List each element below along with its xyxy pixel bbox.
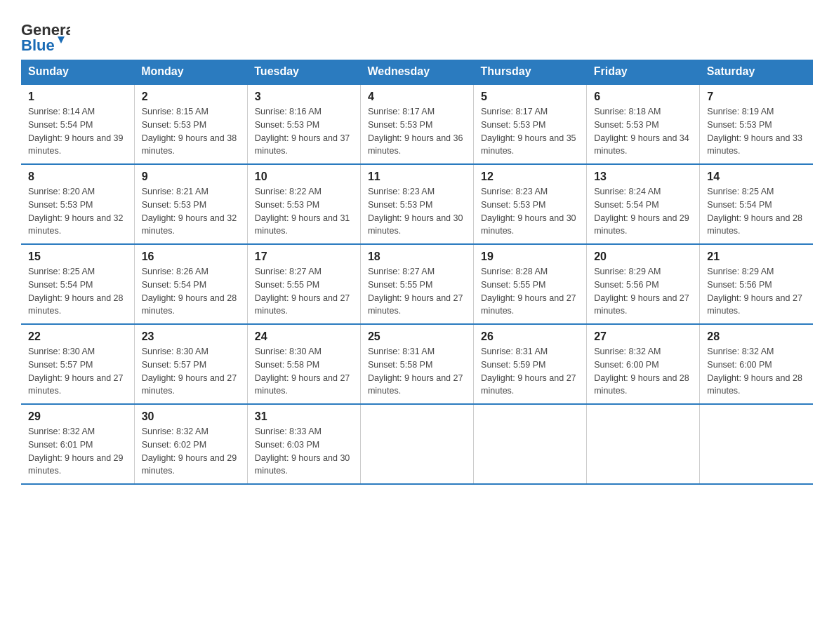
day-info: Sunrise: 8:30 AMSunset: 5:58 PMDaylight:… [255, 345, 353, 398]
day-info: Sunrise: 8:32 AMSunset: 6:00 PMDaylight:… [707, 345, 806, 398]
day-number: 19 [481, 250, 579, 263]
day-number: 13 [594, 170, 692, 183]
calendar-table: SundayMondayTuesdayWednesdayThursdayFrid… [21, 60, 813, 485]
day-number: 1 [28, 90, 127, 103]
calendar-cell: 10Sunrise: 8:22 AMSunset: 5:53 PMDayligh… [247, 164, 360, 244]
calendar-week-row: 29Sunrise: 8:32 AMSunset: 6:01 PMDayligh… [21, 404, 813, 484]
day-number: 26 [481, 330, 579, 343]
day-info: Sunrise: 8:14 AMSunset: 5:54 PMDaylight:… [28, 105, 127, 158]
calendar-cell: 8Sunrise: 8:20 AMSunset: 5:53 PMDaylight… [21, 164, 134, 244]
calendar-cell: 13Sunrise: 8:24 AMSunset: 5:54 PMDayligh… [587, 164, 700, 244]
day-number: 20 [594, 250, 692, 263]
day-number: 3 [255, 90, 353, 103]
day-info: Sunrise: 8:28 AMSunset: 5:55 PMDaylight:… [481, 265, 579, 318]
calendar-header-row: SundayMondayTuesdayWednesdayThursdayFrid… [21, 60, 813, 84]
day-number: 31 [255, 410, 353, 423]
day-info: Sunrise: 8:16 AMSunset: 5:53 PMDaylight:… [255, 105, 353, 158]
calendar-cell: 12Sunrise: 8:23 AMSunset: 5:53 PMDayligh… [474, 164, 587, 244]
day-number: 30 [142, 410, 240, 423]
logo-icon: General Blue [21, 14, 70, 53]
svg-text:Blue: Blue [21, 36, 55, 53]
calendar-week-row: 1Sunrise: 8:14 AMSunset: 5:54 PMDaylight… [21, 84, 813, 164]
day-info: Sunrise: 8:17 AMSunset: 5:53 PMDaylight:… [368, 105, 466, 158]
calendar-cell: 9Sunrise: 8:21 AMSunset: 5:53 PMDaylight… [134, 164, 247, 244]
day-number: 18 [368, 250, 466, 263]
day-number: 14 [707, 170, 806, 183]
day-info: Sunrise: 8:25 AMSunset: 5:54 PMDaylight:… [707, 185, 806, 238]
calendar-cell: 21Sunrise: 8:29 AMSunset: 5:56 PMDayligh… [700, 244, 813, 324]
day-info: Sunrise: 8:32 AMSunset: 6:01 PMDaylight:… [28, 425, 127, 478]
day-header-thursday: Thursday [474, 60, 587, 84]
logo: General Blue [21, 14, 70, 53]
calendar-cell [474, 404, 587, 484]
day-info: Sunrise: 8:23 AMSunset: 5:53 PMDaylight:… [481, 185, 579, 238]
day-info: Sunrise: 8:17 AMSunset: 5:53 PMDaylight:… [481, 105, 579, 158]
day-number: 4 [368, 90, 466, 103]
day-info: Sunrise: 8:33 AMSunset: 6:03 PMDaylight:… [255, 425, 353, 478]
calendar-cell: 31Sunrise: 8:33 AMSunset: 6:03 PMDayligh… [247, 404, 360, 484]
day-info: Sunrise: 8:18 AMSunset: 5:53 PMDaylight:… [594, 105, 692, 158]
calendar-cell: 24Sunrise: 8:30 AMSunset: 5:58 PMDayligh… [247, 324, 360, 404]
calendar-cell: 18Sunrise: 8:27 AMSunset: 5:55 PMDayligh… [360, 244, 473, 324]
day-header-monday: Monday [134, 60, 247, 84]
day-info: Sunrise: 8:32 AMSunset: 6:00 PMDaylight:… [594, 345, 692, 398]
svg-marker-1 [58, 36, 65, 43]
calendar-cell: 22Sunrise: 8:30 AMSunset: 5:57 PMDayligh… [21, 324, 134, 404]
day-info: Sunrise: 8:15 AMSunset: 5:53 PMDaylight:… [142, 105, 240, 158]
day-info: Sunrise: 8:26 AMSunset: 5:54 PMDaylight:… [142, 265, 240, 318]
calendar-cell: 23Sunrise: 8:30 AMSunset: 5:57 PMDayligh… [134, 324, 247, 404]
calendar-cell: 6Sunrise: 8:18 AMSunset: 5:53 PMDaylight… [587, 84, 700, 164]
calendar-cell: 29Sunrise: 8:32 AMSunset: 6:01 PMDayligh… [21, 404, 134, 484]
day-number: 15 [28, 250, 127, 263]
calendar-cell: 7Sunrise: 8:19 AMSunset: 5:53 PMDaylight… [700, 84, 813, 164]
calendar-cell [587, 404, 700, 484]
day-header-sunday: Sunday [21, 60, 134, 84]
calendar-cell: 15Sunrise: 8:25 AMSunset: 5:54 PMDayligh… [21, 244, 134, 324]
day-number: 23 [142, 330, 240, 343]
day-number: 9 [142, 170, 240, 183]
calendar-cell: 1Sunrise: 8:14 AMSunset: 5:54 PMDaylight… [21, 84, 134, 164]
day-number: 12 [481, 170, 579, 183]
day-number: 5 [481, 90, 579, 103]
calendar-cell [360, 404, 473, 484]
day-info: Sunrise: 8:29 AMSunset: 5:56 PMDaylight:… [594, 265, 692, 318]
day-header-tuesday: Tuesday [247, 60, 360, 84]
calendar-cell: 30Sunrise: 8:32 AMSunset: 6:02 PMDayligh… [134, 404, 247, 484]
day-number: 27 [594, 330, 692, 343]
day-header-saturday: Saturday [700, 60, 813, 84]
calendar-cell: 14Sunrise: 8:25 AMSunset: 5:54 PMDayligh… [700, 164, 813, 244]
day-number: 16 [142, 250, 240, 263]
day-info: Sunrise: 8:29 AMSunset: 5:56 PMDaylight:… [707, 265, 806, 318]
day-info: Sunrise: 8:20 AMSunset: 5:53 PMDaylight:… [28, 185, 127, 238]
day-number: 6 [594, 90, 692, 103]
calendar-body: 1Sunrise: 8:14 AMSunset: 5:54 PMDaylight… [21, 84, 813, 484]
calendar-cell: 17Sunrise: 8:27 AMSunset: 5:55 PMDayligh… [247, 244, 360, 324]
day-number: 8 [28, 170, 127, 183]
calendar-cell: 16Sunrise: 8:26 AMSunset: 5:54 PMDayligh… [134, 244, 247, 324]
calendar-cell: 27Sunrise: 8:32 AMSunset: 6:00 PMDayligh… [587, 324, 700, 404]
day-number: 28 [707, 330, 806, 343]
calendar-cell: 3Sunrise: 8:16 AMSunset: 5:53 PMDaylight… [247, 84, 360, 164]
page-header: General Blue [21, 14, 813, 53]
day-info: Sunrise: 8:32 AMSunset: 6:02 PMDaylight:… [142, 425, 240, 478]
calendar-cell: 11Sunrise: 8:23 AMSunset: 5:53 PMDayligh… [360, 164, 473, 244]
calendar-week-row: 8Sunrise: 8:20 AMSunset: 5:53 PMDaylight… [21, 164, 813, 244]
day-info: Sunrise: 8:30 AMSunset: 5:57 PMDaylight:… [142, 345, 240, 398]
day-header-wednesday: Wednesday [360, 60, 473, 84]
day-info: Sunrise: 8:27 AMSunset: 5:55 PMDaylight:… [368, 265, 466, 318]
day-info: Sunrise: 8:25 AMSunset: 5:54 PMDaylight:… [28, 265, 127, 318]
calendar-cell: 4Sunrise: 8:17 AMSunset: 5:53 PMDaylight… [360, 84, 473, 164]
day-info: Sunrise: 8:24 AMSunset: 5:54 PMDaylight:… [594, 185, 692, 238]
day-number: 29 [28, 410, 127, 423]
day-number: 25 [368, 330, 466, 343]
calendar-cell: 28Sunrise: 8:32 AMSunset: 6:00 PMDayligh… [700, 324, 813, 404]
day-info: Sunrise: 8:22 AMSunset: 5:53 PMDaylight:… [255, 185, 353, 238]
day-number: 22 [28, 330, 127, 343]
calendar-cell: 20Sunrise: 8:29 AMSunset: 5:56 PMDayligh… [587, 244, 700, 324]
day-header-friday: Friday [587, 60, 700, 84]
day-number: 11 [368, 170, 466, 183]
day-info: Sunrise: 8:31 AMSunset: 5:58 PMDaylight:… [368, 345, 466, 398]
day-info: Sunrise: 8:31 AMSunset: 5:59 PMDaylight:… [481, 345, 579, 398]
calendar-cell: 19Sunrise: 8:28 AMSunset: 5:55 PMDayligh… [474, 244, 587, 324]
day-info: Sunrise: 8:19 AMSunset: 5:53 PMDaylight:… [707, 105, 806, 158]
